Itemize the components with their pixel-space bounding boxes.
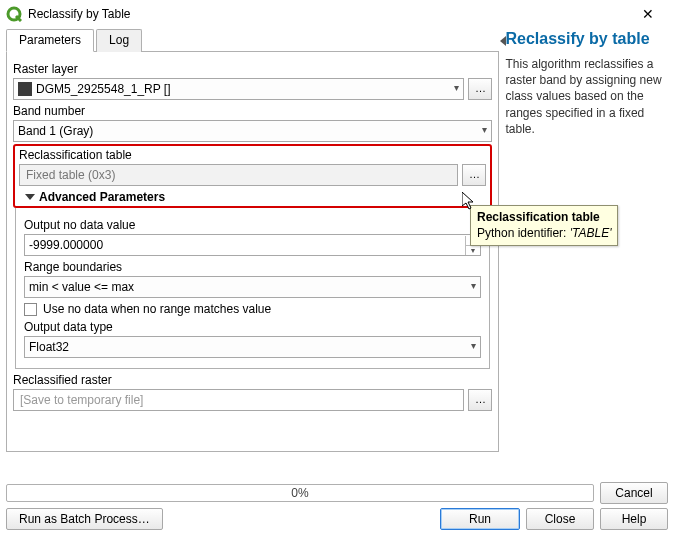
cancel-button[interactable]: Cancel [600, 482, 668, 504]
chevron-down-icon: ▾ [482, 124, 487, 135]
chevron-down-icon: ▾ [471, 280, 476, 291]
tooltip-title: Reclassification table [477, 210, 611, 226]
range-boundaries-value: min < value <= max [29, 280, 134, 294]
range-boundaries-combo[interactable]: min < value <= max ▾ [24, 276, 481, 298]
panel-collapse-icon[interactable] [500, 36, 506, 46]
title-bar: Reclassify by Table ✕ [0, 0, 674, 28]
reclass-table-label: Reclassification table [19, 148, 486, 162]
window-title: Reclassify by Table [28, 7, 628, 21]
band-number-combo[interactable]: Band 1 (Gray) ▾ [13, 120, 492, 142]
tab-log-label: Log [109, 33, 129, 47]
run-batch-button[interactable]: Run as Batch Process… [6, 508, 163, 530]
tab-log[interactable]: Log [96, 29, 142, 52]
app-icon [6, 6, 22, 22]
reclass-table-input: Fixed table (0x3) [19, 164, 458, 186]
reclass-table-highlight: Reclassification table Fixed table (0x3)… [13, 144, 492, 208]
left-panel: Parameters Log Raster layer DGM5_2925548… [6, 28, 499, 458]
help-title: Reclassify by table [505, 30, 668, 48]
button-bar: Run as Batch Process… Run Close Help [0, 504, 674, 530]
help-button-label: Help [622, 512, 647, 526]
raster-layer-combo[interactable]: DGM5_2925548_1_RP [] ▾ [13, 78, 464, 100]
band-number-label: Band number [13, 104, 492, 118]
output-datatype-label: Output data type [24, 320, 481, 334]
no-data-value: -9999.000000 [29, 238, 103, 252]
close-button[interactable]: Close [526, 508, 594, 530]
no-data-label: Output no data value [24, 218, 481, 232]
parameters-body: Raster layer DGM5_2925548_1_RP [] ▾ … Ba… [6, 52, 499, 452]
help-body: This algorithm reclassifies a raster ban… [505, 56, 668, 137]
advanced-parameters-toggle[interactable]: Advanced Parameters [25, 190, 486, 204]
raster-layer-value: DGM5_2925548_1_RP [] [36, 82, 171, 96]
progress-bar: 0% [6, 484, 594, 502]
tooltip-prefix: Python identifier: [477, 226, 570, 240]
reclass-table-tooltip: Reclassification table Python identifier… [470, 205, 618, 246]
raster-icon [18, 82, 32, 96]
output-datatype-value: Float32 [29, 340, 69, 354]
spin-down-icon[interactable]: ▼ [465, 246, 479, 255]
use-nodata-label: Use no data when no range matches value [43, 302, 271, 316]
raster-layer-browse-button[interactable]: … [468, 78, 492, 100]
tooltip-identifier: 'TABLE' [570, 226, 612, 240]
no-data-spin[interactable]: -9999.000000 ▲▼ [24, 234, 481, 256]
reclassified-raster-input[interactable]: [Save to temporary file] [13, 389, 464, 411]
advanced-parameters-fieldset: Output no data value -9999.000000 ▲▼ Ran… [15, 208, 490, 369]
tooltip-line: Python identifier: 'TABLE' [477, 226, 611, 242]
close-icon[interactable]: ✕ [628, 6, 668, 22]
range-boundaries-label: Range boundaries [24, 260, 481, 274]
tabs-header: Parameters Log [6, 28, 499, 52]
cancel-button-label: Cancel [615, 486, 652, 500]
band-number-value: Band 1 (Gray) [18, 124, 93, 138]
run-batch-label: Run as Batch Process… [19, 512, 150, 526]
raster-layer-label: Raster layer [13, 62, 492, 76]
reclassified-raster-label: Reclassified raster [13, 373, 492, 387]
tab-parameters[interactable]: Parameters [6, 29, 94, 52]
triangle-down-icon [25, 194, 35, 200]
advanced-parameters-label: Advanced Parameters [39, 190, 165, 204]
reclassified-raster-browse-button[interactable]: … [468, 389, 492, 411]
reclassified-raster-placeholder: [Save to temporary file] [20, 393, 143, 407]
run-button[interactable]: Run [440, 508, 520, 530]
run-button-label: Run [469, 512, 491, 526]
use-nodata-checkbox[interactable] [24, 303, 37, 316]
progress-text: 0% [291, 486, 308, 500]
tab-parameters-label: Parameters [19, 33, 81, 47]
help-button[interactable]: Help [600, 508, 668, 530]
close-button-label: Close [545, 512, 576, 526]
reclass-table-edit-button[interactable]: … [462, 164, 486, 186]
chevron-down-icon: ▾ [454, 82, 459, 93]
reclass-table-value: Fixed table (0x3) [26, 168, 115, 182]
output-datatype-combo[interactable]: Float32 ▾ [24, 336, 481, 358]
chevron-down-icon: ▾ [471, 340, 476, 351]
